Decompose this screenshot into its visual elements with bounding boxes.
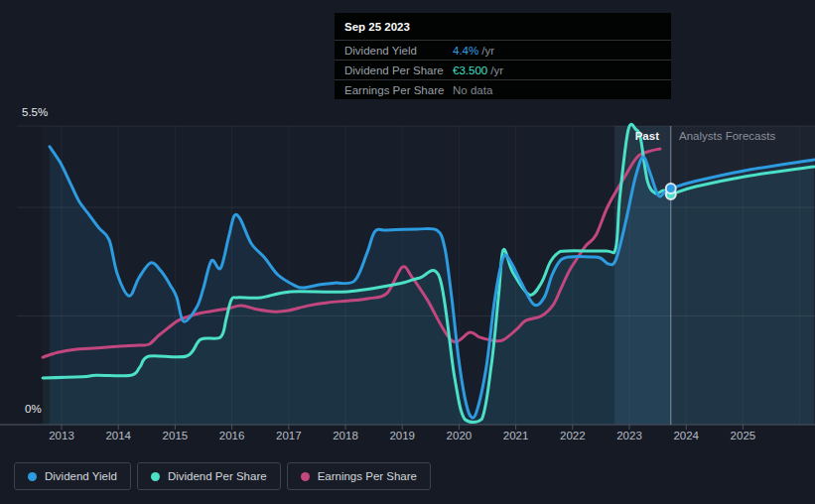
- dividend-history-chart: 5.5% 0% 20132014201520162017201820192020…: [0, 0, 815, 504]
- x-axis-label: 2013: [40, 430, 83, 441]
- x-axis-label: 2018: [324, 430, 367, 441]
- chart-legend: Dividend Yield Dividend Per Share Earnin…: [14, 462, 431, 490]
- legend-label: Dividend Yield: [45, 470, 117, 482]
- dividend-yield-dot-icon: [28, 472, 37, 481]
- x-axis-label: 2025: [721, 430, 764, 441]
- x-axis-label: 2019: [380, 430, 424, 441]
- x-axis-label: 2014: [96, 430, 140, 441]
- legend-item-earnings-per-share[interactable]: Earnings Per Share: [287, 462, 431, 490]
- x-axis-label: 2021: [494, 430, 538, 441]
- x-axis-label: 2024: [664, 430, 708, 441]
- earnings-per-share-dot-icon: [301, 472, 310, 481]
- dividend-per-share-dot-icon: [151, 472, 160, 481]
- x-axis-label: 2022: [551, 430, 595, 441]
- tooltip-row-dividend-per-share: Dividend Per Share €3.500 /yr: [335, 60, 671, 79]
- forecasts-label: Analysts Forecasts: [679, 130, 775, 142]
- chart-tooltip: Sep 25 2023 Dividend Yield 4.4% /yr Divi…: [335, 13, 671, 99]
- dividend-yield-value: 4.4%: [453, 45, 478, 57]
- legend-label: Dividend Per Share: [168, 470, 267, 482]
- x-axis-label: 2016: [210, 430, 254, 441]
- legend-item-dividend-yield[interactable]: Dividend Yield: [14, 462, 131, 490]
- y-axis-bottom-label: 0%: [25, 403, 42, 415]
- x-axis-label: 2023: [608, 430, 651, 441]
- legend-item-dividend-per-share[interactable]: Dividend Per Share: [137, 462, 281, 490]
- dividend-per-share-value: €3.500: [453, 64, 487, 76]
- earnings-per-share-value: No data: [453, 84, 492, 96]
- x-axis-label: 2017: [267, 430, 311, 441]
- x-axis-label: 2020: [437, 430, 480, 441]
- tooltip-date: Sep 25 2023: [335, 13, 671, 40]
- tooltip-row-dividend-yield: Dividend Yield 4.4% /yr: [335, 40, 671, 60]
- tooltip-row-earnings-per-share: Earnings Per Share No data: [335, 79, 671, 99]
- past-label: Past: [635, 130, 659, 142]
- y-axis-top-label: 5.5%: [22, 106, 48, 118]
- x-axis-label: 2015: [153, 430, 197, 441]
- legend-label: Earnings Per Share: [318, 470, 417, 482]
